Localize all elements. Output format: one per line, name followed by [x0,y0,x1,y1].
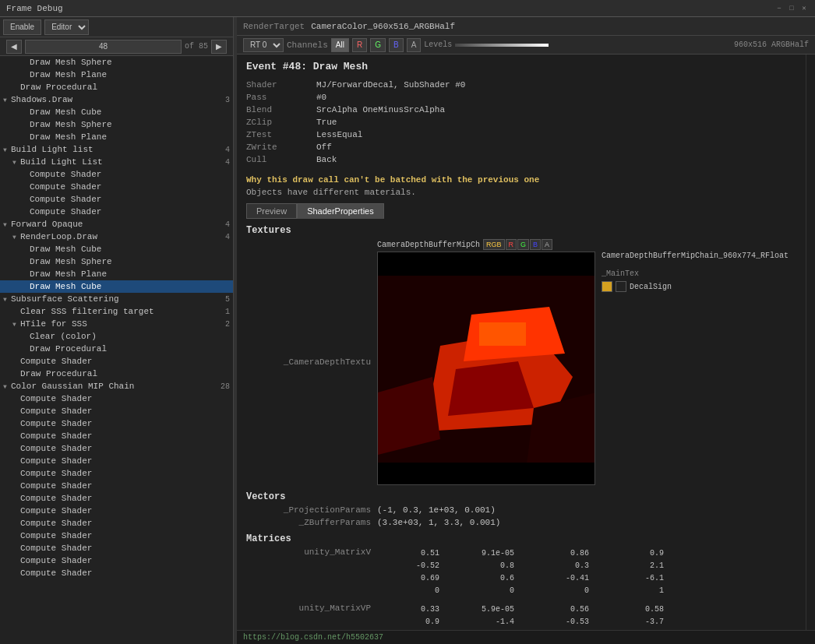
close-button[interactable]: ✕ [799,4,809,13]
tree-item[interactable]: Draw Mesh Sphere [0,255,233,268]
channel-b-button[interactable]: B [389,38,404,52]
tree-item[interactable]: Compute Shader [0,430,233,442]
tree-item[interactable]: Draw Mesh Sphere [0,118,233,131]
tree-item-label: Compute Shader [20,406,233,416]
tree-item[interactable]: ▼Build Light list4 [0,143,233,156]
texture-row-1: _CameraDepthTextu CameraDepthBufferMipCh… [246,239,796,485]
zwrite-value: Off [316,141,796,153]
color-btn-g[interactable]: G [517,239,529,250]
tree-item[interactable]: ▼Forward Opaque4 [0,218,233,231]
tree-item[interactable]: Draw Mesh Plane [0,69,233,81]
shader-row: Shader MJ/ForwardDecal, SubShader #0 [246,79,796,91]
levels-slider[interactable] [455,44,549,47]
tree-item[interactable]: Compute Shader [0,417,233,430]
tree-item[interactable]: ▼HTile for SSS2 [0,318,233,330]
maximize-button[interactable]: □ [787,4,796,13]
tree-item[interactable]: Draw Mesh Cube [0,106,233,118]
tree-item-label: Draw Mesh Plane [30,132,233,142]
tree-item[interactable]: Compute Shader [0,517,233,530]
rt-select[interactable]: RT 0 [243,38,284,52]
minimize-button[interactable]: − [774,4,784,13]
tree-item[interactable]: Compute Shader [0,567,233,579]
tree-item[interactable]: ▼Build Light List4 [0,156,233,168]
blend-label: Blend [246,104,316,116]
tree-item[interactable]: Draw Mesh Sphere [0,56,233,69]
tree-item[interactable]: ▼Subsurface Scattering5 [0,293,233,305]
title-bar: Frame Debug − □ ✕ [0,0,815,17]
tree-item[interactable]: Compute Shader [0,193,233,206]
tree-item[interactable]: Clear (color) [0,330,233,343]
ztest-label: ZTest [246,128,316,141]
tree-item[interactable]: Compute Shader [0,405,233,417]
content-area: Event #48: Draw Mesh Shader MJ/ForwardDe… [237,55,815,630]
nav-prev-button[interactable]: ◀ [6,40,22,54]
tree-item[interactable]: Compute Shader [0,355,233,368]
tree-item[interactable]: Compute Shader [0,168,233,181]
tree-item[interactable]: Draw Procedural [0,368,233,380]
tree-item[interactable]: Compute Shader [0,542,233,554]
tree-item[interactable]: Compute Shader [0,442,233,455]
tree-item[interactable]: Compute Shader [0,455,233,467]
tree-item[interactable]: Compute Shader [0,554,233,567]
tree-item-label: Compute Shader [20,456,233,466]
tree-item-label: Compute Shader [20,394,233,403]
ztest-row: ZTest LessEqual [246,128,796,141]
tree-item-count: 5 [225,295,230,304]
tree-item[interactable]: Draw Mesh Plane [0,268,233,280]
tree-item[interactable]: Draw Mesh Cube [0,243,233,255]
color-chip-yellow [602,281,612,292]
tree-item-count: 4 [225,146,230,154]
tree-container: Draw Mesh Sphere Draw Mesh Plane Draw Pr… [0,56,233,644]
tree-item[interactable]: Compute Shader [0,480,233,492]
tree-item[interactable]: Compute Shader [0,467,233,480]
tree-item[interactable]: Draw Procedural [0,343,233,355]
color-btn-r[interactable]: R [506,239,517,250]
tree-item[interactable]: Draw Mesh Plane [0,131,233,143]
tree-item[interactable]: Draw Mesh Cube [0,280,233,293]
channel-g-button[interactable]: G [370,38,386,52]
matrices-section-title: Matrices [246,533,796,544]
tree-item-label: Compute Shader [30,207,233,216]
nav-next-button[interactable]: ▶ [211,40,227,54]
tree-item-label: Compute Shader [20,544,233,553]
tree-item-label: Draw Mesh Plane [30,269,233,279]
channel-a-button[interactable]: A [407,38,422,52]
color-btn-b[interactable]: B [530,239,541,250]
matrix-line: 0.335.9e-050.560.58 [377,604,664,616]
main-container: Enable Editor ◀ of 85 ▶ Draw Mesh Sphere… [0,17,815,644]
color-btn-rgb[interactable]: RGB [483,239,505,250]
tree-item[interactable]: Compute Shader [0,392,233,405]
tree-item-label: Build Light list [11,145,225,154]
tree-item[interactable]: Compute Shader [0,492,233,505]
warning-box: Why this draw call can't be batched with… [246,175,796,197]
texture-row2-chips: DecalSign [602,281,789,292]
matrix-cell: -0.53 [527,616,589,628]
matrix-cell: 0 [377,585,439,597]
tree-item-label: Draw Procedural [20,369,233,378]
tree-item-label: Compute Shader [20,431,233,441]
channel-r-button[interactable]: R [352,38,367,52]
channel-all-button[interactable]: All [331,38,349,52]
tree-item[interactable]: ▼Shadows.Draw3 [0,93,233,106]
tab-shader-properties-button[interactable]: ShaderProperties [297,203,384,219]
tab-preview-button[interactable]: Preview [246,203,297,219]
tree-item[interactable]: ▼RenderLoop.Draw4 [0,231,233,243]
tree-item[interactable]: Draw Procedural [0,81,233,93]
tree-item[interactable]: ▼Color Gaussian MIP Chain28 [0,380,233,392]
tree-item[interactable]: Clear SSS filtering target1 [0,305,233,318]
tree-item[interactable]: Compute Shader [0,530,233,542]
tree-item[interactable]: Compute Shader [0,505,233,517]
scrollbar[interactable] [806,55,815,630]
tree-item[interactable]: Compute Shader [0,206,233,218]
enable-button[interactable]: Enable [3,19,41,35]
matrix-cell: 0.8 [452,560,514,572]
color-btn-a[interactable]: A [542,239,552,250]
tree-item-label: Draw Mesh Cube [30,282,233,291]
collapse-arrow-icon: ▼ [3,221,11,228]
collapse-arrow-icon: ▼ [12,321,20,328]
editor-select[interactable]: Editor [44,19,89,35]
tree-item[interactable]: Compute Shader [0,181,233,193]
nav-input[interactable] [25,40,182,54]
matrix-cell: 0.56 [527,604,589,616]
tree-item-label: RenderLoop.Draw [20,232,225,241]
